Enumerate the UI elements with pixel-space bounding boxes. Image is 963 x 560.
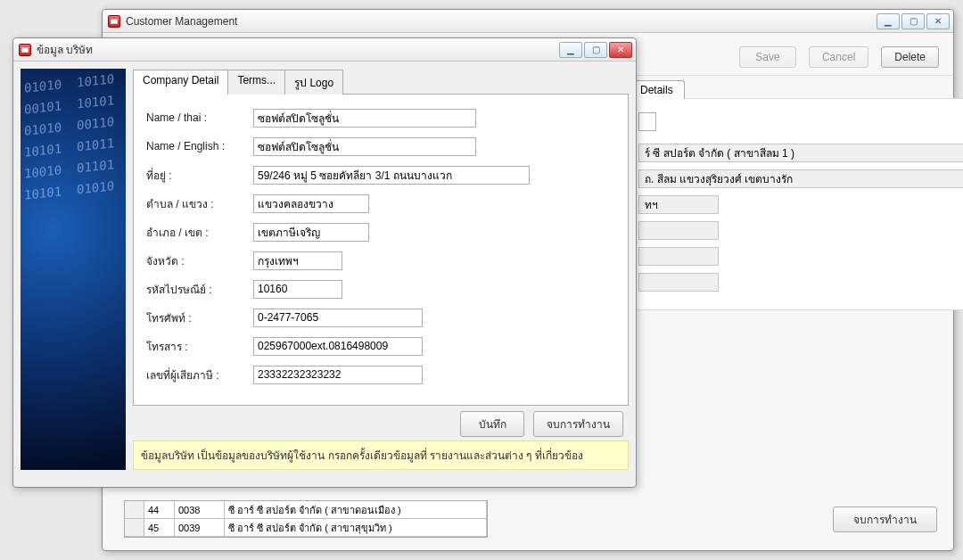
detail-field-0[interactable] <box>638 112 656 131</box>
tab-details[interactable]: Details <box>629 80 685 99</box>
table-row: 45 0039 ซี อาร์ ซี สปอร์ต จำกัด ( สาขาสุ… <box>125 519 487 537</box>
input-province[interactable] <box>253 251 342 270</box>
dialog-save-button[interactable]: บันทึก <box>460 411 524 437</box>
maximize-button[interactable]: ▢ <box>901 13 925 29</box>
input-tambol[interactable] <box>253 194 369 213</box>
grid-cell-code: 0038 <box>175 501 225 519</box>
label-name-th: Name / thai : <box>146 111 253 124</box>
tab-terms[interactable]: Terms... <box>227 70 285 95</box>
dialog-close-button[interactable]: ✕ <box>609 42 632 58</box>
label-address: ที่อยู่ : <box>146 167 253 184</box>
company-info-dialog: ข้อมูล บริษัท ▁ ▢ ✕ Company Detail Terms… <box>12 37 637 488</box>
tab-logo[interactable]: รูป Logo <box>284 70 343 95</box>
decorative-side-image <box>21 69 126 470</box>
grid-cell-code: 0039 <box>175 519 225 537</box>
input-tax[interactable] <box>253 366 423 384</box>
table-row: 44 0038 ซี อาร์ ซี สปอร์ต จำกัด ( สาขาดอ… <box>125 501 487 519</box>
input-fax[interactable] <box>253 337 423 356</box>
details-panel: Details ร์ ซี สปอร์ต จำกัด ( สาขาสีลม 1 … <box>629 79 963 310</box>
app-icon <box>19 44 31 56</box>
dialog-titlebar[interactable]: ข้อมูล บริษัท ▁ ▢ ✕ <box>13 38 636 62</box>
grid-cell-name: ซี อาร์ ซี สปอร์ต จำกัด ( สาขาสุขุมวิท ) <box>225 519 487 537</box>
label-amphoe: อำเภอ / เขต : <box>146 224 253 241</box>
label-name-en: Name / English : <box>146 140 253 152</box>
input-name-th[interactable] <box>253 109 476 128</box>
customer-grid[interactable]: 44 0038 ซี อาร์ ซี สปอร์ต จำกัด ( สาขาดอ… <box>124 500 488 538</box>
grid-cell-rownum: 44 <box>144 501 175 519</box>
minimize-button[interactable]: ▁ <box>877 13 900 29</box>
input-amphoe[interactable] <box>253 223 369 242</box>
company-form: Name / thai : Name / English : ที่อยู่ :… <box>133 95 629 406</box>
close-button[interactable]: ✕ <box>926 13 950 29</box>
row-selector[interactable] <box>125 501 144 519</box>
detail-ro-6 <box>638 273 719 292</box>
save-button: Save <box>739 46 796 68</box>
main-titlebar[interactable]: Customer Management ▁ ▢ ✕ <box>103 10 953 33</box>
label-phone: โทรศัพท์ : <box>146 309 253 326</box>
input-name-en[interactable] <box>253 137 476 156</box>
label-postcode: รหัสไปรษณีย์ : <box>146 281 253 298</box>
dialog-tabs: Company Detail Terms... รูป Logo <box>133 69 629 95</box>
input-phone[interactable] <box>253 309 423 327</box>
detail-ro-5 <box>638 247 719 266</box>
grid-cell-rownum: 45 <box>144 519 175 537</box>
cancel-button: Cancel <box>809 46 868 68</box>
label-tambol: ตำบล / แขวง : <box>146 195 253 212</box>
label-fax: โทรสาร : <box>146 338 253 355</box>
dialog-minimize-button[interactable]: ▁ <box>559 42 582 58</box>
detail-ro-3: ทฯ <box>638 195 719 214</box>
dialog-title: ข้อมูล บริษัท <box>37 41 559 58</box>
input-address[interactable] <box>253 166 530 185</box>
detail-ro-4 <box>638 221 719 240</box>
tab-company-detail[interactable]: Company Detail <box>133 70 228 95</box>
delete-button[interactable]: Delete <box>881 46 939 68</box>
row-selector[interactable] <box>125 519 144 537</box>
app-icon <box>108 15 120 28</box>
grid-cell-name: ซี อาร์ ซี สปอร์ต จำกัด ( สาขาดอนเมือง ) <box>225 501 487 519</box>
input-postcode[interactable] <box>253 280 342 299</box>
dialog-footnote: ข้อมูลบริษัท เป็นข้อมูลของบริษัทผู้ใช้งา… <box>133 441 629 470</box>
main-window-title: Customer Management <box>126 15 877 28</box>
label-province: จังหวัด : <box>146 252 253 269</box>
detail-ro-1: ร์ ซี สปอร์ต จำกัด ( สาขาสีลม 1 ) <box>638 144 963 162</box>
dialog-maximize-button[interactable]: ▢ <box>584 42 607 58</box>
label-tax: เลขที่ผู้เสียภาษี : <box>146 366 253 383</box>
end-work-button[interactable]: จบการทำงาน <box>833 506 937 532</box>
dialog-end-button[interactable]: จบการทำงาน <box>533 411 623 437</box>
detail-ro-2: ถ. สีลม แขวงสุริยวงศ์ เขตบางรัก <box>638 169 963 188</box>
